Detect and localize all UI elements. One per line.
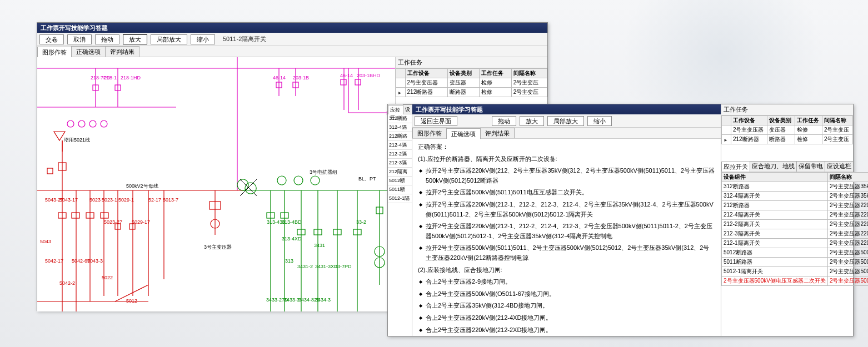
window-2: 应拉开 设 312断路312-4隔212断路212-4隔212-2隔212-3隔… <box>387 104 854 336</box>
svg-text:203-1B: 203-1B <box>293 75 309 81</box>
win2-left-list[interactable]: 312断路312-4隔212断路212-4隔212-2隔212-3隔212隔离5… <box>388 114 412 203</box>
svg-text:33-2: 33-2 <box>356 219 366 225</box>
zoom-region-button-2[interactable]: 局部放大 <box>547 116 584 126</box>
list-item[interactable]: 5011断 <box>388 185 412 194</box>
svg-point-18 <box>78 120 85 127</box>
back-button[interactable]: 返回主界面 <box>415 116 457 126</box>
list-item[interactable]: 5012-1隔 <box>388 194 412 203</box>
tab-judge[interactable]: 评判结果 <box>105 46 139 57</box>
tab-correct-2[interactable]: 正确选项 <box>446 128 481 139</box>
res-tab-1[interactable]: 应合地刀、地线 <box>750 161 797 172</box>
drag-button-2[interactable]: 拖动 <box>492 116 516 126</box>
list-item[interactable]: 5012断 <box>388 177 412 185</box>
list-item[interactable]: 312-4隔 <box>388 123 412 132</box>
svg-text:313: 313 <box>285 258 293 264</box>
svg-point-80 <box>277 176 286 185</box>
res-tab-0[interactable]: 应拉开关 <box>721 162 750 172</box>
win1-title-bar[interactable]: 工作票开写技能学习答题 <box>37 23 547 33</box>
res-tab-3[interactable]: 应设遮栏 <box>825 161 853 172</box>
list-item[interactable]: 212-3隔 <box>388 159 412 168</box>
table-row[interactable]: 5012-1隔离开关2号主变压器500拉开 <box>722 267 869 276</box>
table-row[interactable]: 212断路器2号主变压器220拉开 <box>722 201 869 210</box>
win2-title: 工作票开写技能学习答题 <box>416 106 483 113</box>
label-reactor: 3号电抗器组 <box>310 169 337 175</box>
list-item[interactable]: 212-4隔 <box>388 141 412 150</box>
svg-text:313-4BD: 313-4BD <box>282 219 302 225</box>
win2-toolbar: 返回主界面 拖动 放大 局部放大 缩小 <box>412 114 721 128</box>
table-row[interactable]: 2号主变压器变压器检修2号主变压 <box>396 78 547 88</box>
win2-left-tab-open[interactable]: 应拉开 <box>388 105 403 114</box>
svg-text:46-14: 46-14 <box>340 73 353 78</box>
table-row[interactable]: 212-2隔离开关2号主变压器220拉开 <box>722 220 869 229</box>
svg-text:5043: 5043 <box>40 239 51 244</box>
list-item[interactable]: 212断路 <box>388 132 412 141</box>
win1-toolbar: 交卷 取消 拖动 放大 局部放大 缩小 5011-2隔离开关 <box>37 33 547 46</box>
single-line-diagram: 203 218-7PD 218-1 218-1HD 46-14 203-1B 4… <box>37 57 396 311</box>
svg-point-19 <box>89 120 96 127</box>
svg-text:5029-1: 5029-1 <box>118 197 134 203</box>
svg-rect-42 <box>101 213 108 218</box>
table-row[interactable]: 212-3隔离开关2号主变压器220拉开 <box>722 229 869 239</box>
zoom-in-button[interactable]: 放大 <box>123 34 147 44</box>
svg-text:52-17: 52-17 <box>148 197 161 203</box>
svg-point-81 <box>294 176 303 185</box>
table-row[interactable]: 312-4隔离开关2号主变压器35k拉开 <box>722 192 869 201</box>
drag-button[interactable]: 拖动 <box>95 34 119 44</box>
tab-correct[interactable]: 正确选项 <box>71 46 106 57</box>
svg-text:5012: 5012 <box>126 298 137 304</box>
table-row[interactable]: 212-4隔离开关2号主变压器220拉开 <box>722 210 869 220</box>
table-row[interactable]: 212断路器断路器检修2号主变压 <box>396 88 547 97</box>
svg-point-82 <box>311 176 320 185</box>
win2-result-tabs: 应拉开关 应合地刀、地线 保留带电 应设遮栏 <box>721 161 853 172</box>
svg-text:5013-7: 5013-7 <box>163 197 178 203</box>
table-row[interactable]: 5011断路器2号主变压器500拉开 <box>722 258 869 267</box>
svg-text:218-1HD: 218-1HD <box>121 75 141 81</box>
svg-text:5023-1: 5023-1 <box>102 197 117 203</box>
win2-task-table[interactable]: 工作设备 设备类别 工作任务 间隔名称 2号主变压器变压器检修2号主变压212断… <box>721 115 853 144</box>
svg-rect-38 <box>47 168 53 174</box>
list-item[interactable]: 212隔离 <box>388 168 412 177</box>
svg-text:5042-2: 5042-2 <box>59 280 75 286</box>
svg-text:5042-17: 5042-17 <box>45 258 63 264</box>
svg-rect-13 <box>355 79 361 85</box>
table-row[interactable]: 212断路器断路器检修2号主变压 <box>722 135 853 144</box>
win2-tabs: 图形作答 正确选项 评判结果 <box>412 128 721 139</box>
win1-title: 工作票开写技能学习答题 <box>41 24 108 31</box>
win2-left-tab-dev[interactable]: 设 <box>403 104 412 114</box>
tab-diagram-2[interactable]: 图形作答 <box>412 128 447 138</box>
svg-text:5022: 5022 <box>102 275 113 280</box>
table-row-error[interactable]: 2号主变压器500kV侧电压互感器二次开关2号主变压器500拉开 <box>722 276 869 286</box>
table-row[interactable]: 312断路器2号主变压器35k拉开 <box>722 182 869 192</box>
cancel-button[interactable]: 取消 <box>67 34 92 44</box>
table-row[interactable]: 212-1隔离开关2号主变压器220拉开 <box>722 239 869 248</box>
table-row[interactable]: 2号主变压器变压器检修2号主变压 <box>722 125 853 135</box>
svg-text:3431-3XD: 3431-3XD <box>315 264 338 269</box>
answer-text[interactable]: 正确答案： (1).应拉开的断路器、隔离开关及应断开的二次设备: 拉开2号主变压… <box>412 139 721 336</box>
svg-text:3433-3: 3433-3 <box>284 297 300 303</box>
zoom-out-button[interactable]: 缩小 <box>191 34 215 44</box>
tab-diagram[interactable]: 图形作答 <box>37 47 72 57</box>
diagram-canvas[interactable]: 203 218-7PD 218-1 218-1HD 46-14 203-1B 4… <box>37 57 396 311</box>
task-table[interactable]: 工作设备 设备类别 工作任务 间隔名称 2号主变压器变压器检修2号主变压212断… <box>396 68 547 97</box>
win2-result-table[interactable]: 设备组件 间隔名称 目标状态 312断路器2号主变压器35k拉开312-4隔离开… <box>721 172 868 286</box>
zoom-out-button-2[interactable]: 缩小 <box>587 116 612 126</box>
zoom-in-button-2[interactable]: 放大 <box>520 116 544 126</box>
svg-text:313-4XD: 313-4XD <box>282 236 302 242</box>
svg-point-17 <box>67 120 74 127</box>
win2-title-bar[interactable]: 工作票开写技能学习答题 <box>412 104 721 114</box>
table-row[interactable]: 5012断路器2号主变压器500拉开 <box>722 248 869 258</box>
list-item[interactable]: 212-2隔 <box>388 150 412 159</box>
svg-rect-12 <box>341 79 346 85</box>
svg-rect-40 <box>72 213 79 218</box>
zoom-region-button[interactable]: 局部放大 <box>151 34 187 44</box>
res-tab-2[interactable]: 保留带电 <box>796 161 825 172</box>
svg-text:5043-3: 5043-3 <box>87 258 103 264</box>
tab-judge-2[interactable]: 评判结果 <box>480 128 515 138</box>
svg-point-20 <box>101 120 107 127</box>
submit-button[interactable]: 交卷 <box>39 34 64 44</box>
status-text: 5011-2隔离开关 <box>223 35 266 43</box>
svg-text:5029-17: 5029-17 <box>132 219 150 225</box>
svg-text:3431-2: 3431-2 <box>297 264 313 269</box>
svg-text:5043-17: 5043-17 <box>59 197 78 203</box>
win1-tabs: 图形作答 正确选项 评判结果 <box>37 46 547 57</box>
